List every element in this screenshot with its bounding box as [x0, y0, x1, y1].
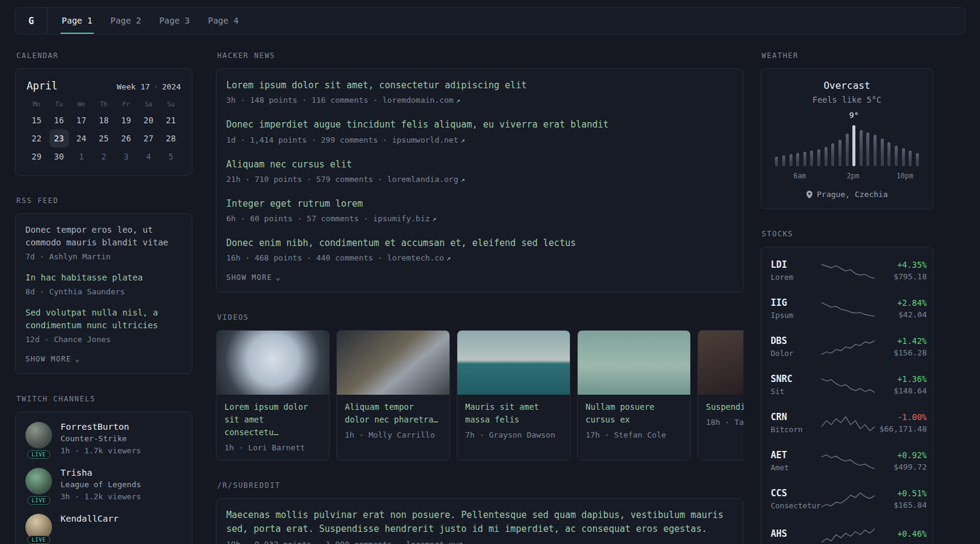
rss-item: Donec tempor eros leo, ut commodo mauris… [25, 224, 182, 261]
video-meta: 1h · Lori Barnett [217, 443, 329, 460]
stock-sparkline [822, 262, 875, 280]
calendar-day[interactable]: 18 [94, 111, 114, 129]
calendar-day[interactable]: 16 [50, 111, 69, 129]
app-logo[interactable]: G [28, 8, 48, 34]
twitch-channel[interactable]: LIVEKendallCarr [25, 514, 182, 540]
twitch-channel-name[interactable]: ForrestBurton [60, 422, 141, 432]
stock-price: $42.04 [875, 310, 927, 319]
hn-item-title[interactable]: Lorem ipsum dolor sit amet, consectetur … [226, 79, 733, 92]
calendar-day[interactable]: 19 [117, 111, 136, 129]
twitch-channel-name[interactable]: KendallCarr [60, 514, 119, 523]
subreddit-item-source[interactable]: loremnet.xyz [406, 540, 463, 544]
stock-row[interactable]: IIGIpsum+2.84%$42.04 [771, 290, 923, 328]
calendar-day[interactable]: 23 [50, 129, 69, 147]
calendar-day[interactable]: 21 [162, 111, 181, 129]
hn-item-source[interactable]: loremdomain.com [382, 96, 453, 105]
video-title[interactable]: Aliquam tempor dolor nec pharetra… [337, 395, 449, 426]
stock-row[interactable]: CCSConsectetur+0.51%$165.84 [771, 480, 923, 518]
stock-info: SNRCSit [771, 374, 822, 396]
nav-tab-4[interactable]: Page 4 [207, 8, 240, 34]
calendar-card: April Week 17·2024 MoTuWeThFrSaSu 151617… [15, 68, 192, 176]
nav-tab-1[interactable]: Page 1 [60, 8, 94, 34]
weather-location: Prague, Czechia [817, 190, 887, 199]
twitch-channel-name[interactable]: Trisha [60, 468, 141, 478]
video-title[interactable]: Mauris sit amet massa felis [457, 395, 570, 426]
video-meta: 17h · Stefan Cole [578, 430, 690, 447]
video-meta: 1h · Molly Carrillo [337, 430, 449, 447]
rss-item-title[interactable]: Donec tempor eros leo, ut commodo mauris… [25, 224, 182, 249]
calendar-day[interactable]: 17 [72, 111, 91, 129]
weather-bar-fill [789, 154, 792, 166]
video-card[interactable]: Suspendisse diam18h · Tara [697, 330, 743, 461]
stock-change: +0.92% [875, 450, 927, 460]
section-title-videos: VIDEOS [217, 313, 743, 322]
stock-symbol: LDI [771, 259, 822, 270]
calendar-day[interactable]: 29 [27, 147, 47, 166]
calendar-day[interactable]: 3 [117, 147, 136, 166]
hn-item-source[interactable]: loremlandia.org [387, 175, 458, 184]
subreddit-item-meta: 19h · 9,932 points · 1,090 comments · lo… [226, 540, 733, 544]
calendar-day[interactable]: 4 [139, 147, 158, 166]
calendar-day[interactable]: 26 [117, 129, 136, 147]
calendar-day[interactable]: 15 [27, 111, 47, 129]
rss-list: Donec tempor eros leo, ut commodo mauris… [25, 224, 182, 344]
twitch-channel[interactable]: LIVETrishaLeague of Legends3h · 1.2k vie… [25, 468, 182, 501]
video-card[interactable]: Mauris sit amet massa felis7h · Grayson … [457, 330, 570, 461]
hn-item-source[interactable]: ipsumify.biz [373, 214, 430, 223]
video-title[interactable]: Nullam posuere cursus ex [578, 395, 690, 426]
stock-name: Bitcorn [771, 425, 822, 434]
stock-row[interactable]: AETAmet+0.92%$499.72 [771, 442, 923, 480]
calendar-day[interactable]: 2 [94, 147, 114, 166]
nav-tab-3[interactable]: Page 3 [158, 8, 191, 34]
calendar-day[interactable]: 24 [72, 129, 91, 147]
calendar-day[interactable]: 30 [50, 147, 69, 166]
video-title[interactable]: Suspendisse diam [698, 395, 743, 413]
twitch-channel[interactable]: LIVEForrestBurtonCounter-Strike1h · 1.7k… [25, 422, 182, 455]
hn-show-more-button[interactable]: SHOW MORE ⌄ [226, 273, 281, 282]
calendar-day-header: Mo [25, 100, 48, 108]
weather-bar-fill [838, 140, 841, 166]
video-card[interactable]: Aliquam tempor dolor nec pharetra…1h · M… [336, 330, 450, 461]
calendar-day[interactable]: 28 [162, 129, 181, 147]
rss-item-title[interactable]: In hac habitasse platea [25, 271, 182, 284]
video-card[interactable]: Lorem ipsum dolor sit amet consectetu…1h… [216, 330, 330, 461]
calendar-day[interactable]: 25 [94, 129, 114, 147]
calendar-separator: · [154, 82, 158, 91]
weather-bar: 9° [851, 123, 858, 166]
stock-info: LDILorem [771, 259, 822, 282]
twitch-channel-meta: 3h · 1.2k viewers [60, 492, 141, 501]
video-card[interactable]: Nullam posuere cursus ex17h · Stefan Col… [577, 330, 691, 461]
videos-row[interactable]: Lorem ipsum dolor sit amet consectetu…1h… [216, 330, 743, 461]
calendar-day-header: Sa [137, 100, 160, 108]
calendar-day-header: Su [160, 100, 182, 108]
rss-item-title[interactable]: Sed volutpat nulla nisl, a condimentum n… [25, 306, 182, 332]
calendar-day[interactable]: 1 [72, 147, 91, 166]
hn-item-title[interactable]: Donec imperdiet augue tincidunt felis al… [226, 118, 733, 132]
stock-row[interactable]: SNRCSit+1.36%$148.64 [771, 366, 923, 404]
stock-name: Ipsum [771, 311, 822, 320]
weather-peak-label: 9° [849, 111, 859, 120]
calendar-day[interactable]: 27 [139, 129, 158, 147]
stock-row[interactable]: CRNBitcorn-1.00%$66,171.48 [771, 404, 923, 442]
twitch-channel-meta: 1h · 1.7k viewers [60, 446, 141, 455]
nav-tab-2[interactable]: Page 2 [109, 8, 143, 34]
weather-bar [802, 123, 809, 166]
video-title[interactable]: Lorem ipsum dolor sit amet consectetu… [217, 395, 329, 439]
hn-item-source[interactable]: loremtech.co [387, 253, 444, 262]
calendar-day[interactable]: 20 [139, 111, 158, 129]
stocks-section: STOCKS LDILorem+4.35%$795.18IIGIpsum+2.8… [760, 230, 933, 544]
stock-row[interactable]: DBSDolor+1.42%$156.28 [771, 328, 923, 366]
stock-row[interactable]: LDILorem+4.35%$795.18 [771, 251, 923, 290]
weather-bar [815, 123, 823, 166]
rss-show-more-button[interactable]: SHOW MORE ⌄ [25, 355, 80, 363]
calendar-day[interactable]: 5 [162, 147, 181, 166]
hn-item-title[interactable]: Integer eget rutrum lorem [226, 197, 733, 211]
weather-bar-fill [817, 149, 820, 166]
calendar-day[interactable]: 22 [27, 129, 47, 147]
hn-item-title[interactable]: Donec enim nibh, condimentum et accumsan… [226, 236, 733, 250]
hn-item-source[interactable]: ipsumworld.net [392, 135, 459, 144]
weather-bar [829, 123, 837, 166]
stock-row[interactable]: AHS+0.46% [771, 518, 923, 544]
subreddit-item-title[interactable]: Maecenas mollis pulvinar erat non posuer… [226, 508, 733, 537]
hn-item-title[interactable]: Aliquam nec cursus elit [226, 158, 733, 172]
